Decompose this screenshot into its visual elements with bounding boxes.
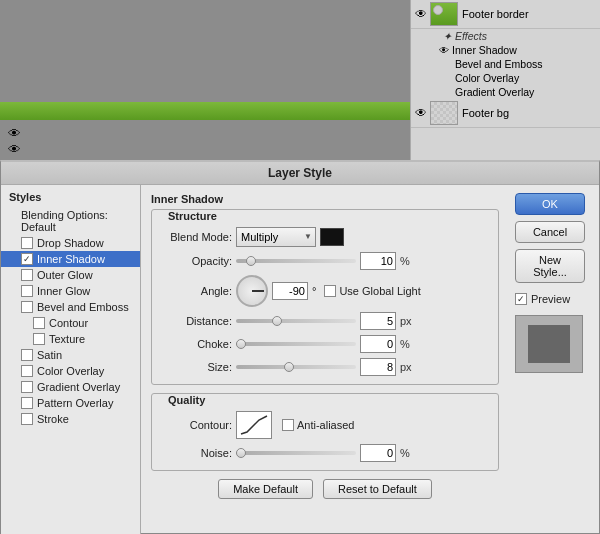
- effect-gradient-overlay[interactable]: Gradient Overlay: [411, 85, 600, 99]
- outer-glow-checkbox[interactable]: [21, 269, 33, 281]
- inner-shadow-checkbox[interactable]: [21, 253, 33, 265]
- effect-inner-shadow[interactable]: 👁 Inner Shadow: [411, 43, 600, 57]
- choke-thumb[interactable]: [236, 339, 246, 349]
- gradient-overlay-checkbox[interactable]: [21, 381, 33, 393]
- stroke-checkbox[interactable]: [21, 413, 33, 425]
- choke-unit: %: [400, 338, 416, 350]
- preview-inner: [528, 325, 570, 363]
- size-slider[interactable]: [236, 365, 356, 369]
- style-stroke[interactable]: Stroke: [1, 411, 140, 427]
- effects-label: ✦ Effects: [411, 29, 600, 43]
- effect-color-overlay[interactable]: Color Overlay: [411, 71, 600, 85]
- inner-glow-checkbox[interactable]: [21, 285, 33, 297]
- choke-slider[interactable]: [236, 342, 356, 346]
- style-gradient-overlay[interactable]: Gradient Overlay: [1, 379, 140, 395]
- opacity-slider[interactable]: [236, 259, 356, 263]
- canvas-eye-icon1: 👁: [8, 126, 21, 141]
- bevel-emboss-checkbox[interactable]: [21, 301, 33, 313]
- angle-row: Angle: ° Use Global Light: [160, 275, 490, 307]
- style-drop-shadow[interactable]: Drop Shadow: [1, 235, 140, 251]
- preview-text: Preview: [531, 293, 570, 305]
- dialog-title: Layer Style: [1, 162, 599, 185]
- opacity-input[interactable]: [360, 252, 396, 270]
- distance-slider[interactable]: [236, 319, 356, 323]
- style-texture[interactable]: Texture: [1, 331, 140, 347]
- angle-label: Angle:: [160, 285, 232, 297]
- blend-mode-color-swatch[interactable]: [320, 228, 344, 246]
- angle-input[interactable]: [272, 282, 308, 300]
- anti-aliased-text: Anti-aliased: [297, 419, 354, 431]
- style-inner-shadow[interactable]: Inner Shadow: [1, 251, 140, 267]
- color-overlay-label: Color Overlay: [37, 365, 104, 377]
- size-unit: px: [400, 361, 416, 373]
- effect-bevel-emboss[interactable]: Bevel and Emboss: [411, 57, 600, 71]
- choke-input[interactable]: [360, 335, 396, 353]
- outer-glow-label: Outer Glow: [37, 269, 93, 281]
- style-pattern-overlay[interactable]: Pattern Overlay: [1, 395, 140, 411]
- opacity-thumb[interactable]: [246, 256, 256, 266]
- use-global-light-checkbox[interactable]: [324, 285, 336, 297]
- style-inner-glow[interactable]: Inner Glow: [1, 283, 140, 299]
- structure-title: Structure: [164, 210, 221, 222]
- size-row: Size: px: [160, 358, 490, 376]
- anti-aliased-checkbox[interactable]: [282, 419, 294, 431]
- inner-shadow-section-title: Inner Shadow: [151, 193, 499, 205]
- canvas-green-bar: [0, 102, 410, 120]
- color-overlay-checkbox[interactable]: [21, 365, 33, 377]
- angle-widget[interactable]: [236, 275, 268, 307]
- structure-group: Structure Blend Mode: Multiply Opacity:: [151, 209, 499, 385]
- style-blending-options[interactable]: Blending Options: Default: [1, 207, 140, 235]
- layer-style-dialog: Layer Style Styles Blending Options: Def…: [0, 160, 600, 534]
- new-style-button[interactable]: New Style...: [515, 249, 585, 283]
- satin-label: Satin: [37, 349, 62, 361]
- preview-checkbox[interactable]: [515, 293, 527, 305]
- styles-panel: Styles Blending Options: Default Drop Sh…: [1, 185, 141, 534]
- noise-thumb[interactable]: [236, 448, 246, 458]
- style-contour[interactable]: Contour: [1, 315, 140, 331]
- cancel-button[interactable]: Cancel: [515, 221, 585, 243]
- layer-item-footer-bg[interactable]: 👁 Footer bg: [411, 99, 600, 128]
- blend-mode-row: Blend Mode: Multiply: [160, 227, 490, 247]
- layers-panel: 👁 Footer border ✦ Effects 👁 Inner Shadow…: [410, 0, 600, 160]
- contour-swatch[interactable]: [236, 411, 272, 439]
- size-input[interactable]: [360, 358, 396, 376]
- satin-checkbox[interactable]: [21, 349, 33, 361]
- style-color-overlay[interactable]: Color Overlay: [1, 363, 140, 379]
- layer-item-footer-border[interactable]: 👁 Footer border: [411, 0, 600, 29]
- style-bevel-emboss[interactable]: Bevel and Emboss: [1, 299, 140, 315]
- blend-mode-label: Blend Mode:: [160, 231, 232, 243]
- pattern-overlay-label: Pattern Overlay: [37, 397, 113, 409]
- distance-label: Distance:: [160, 315, 232, 327]
- blend-mode-dropdown-wrap: Multiply: [236, 227, 316, 247]
- blend-mode-select[interactable]: Multiply: [236, 227, 316, 247]
- size-thumb[interactable]: [284, 362, 294, 372]
- layer-thumb-green: [430, 2, 458, 26]
- anti-aliased-label[interactable]: Anti-aliased: [282, 419, 354, 431]
- noise-slider[interactable]: [236, 451, 356, 455]
- styles-header: Styles: [1, 189, 140, 207]
- distance-input[interactable]: [360, 312, 396, 330]
- use-global-light-label[interactable]: Use Global Light: [324, 285, 420, 297]
- bevel-emboss-label: Bevel and Emboss: [37, 301, 129, 313]
- make-default-button[interactable]: Make Default: [218, 479, 313, 499]
- contour-checkbox[interactable]: [33, 317, 45, 329]
- noise-unit: %: [400, 447, 416, 459]
- stroke-label: Stroke: [37, 413, 69, 425]
- style-label: Blending Options: Default: [21, 209, 132, 233]
- right-buttons-panel: OK Cancel New Style... Preview: [509, 185, 599, 534]
- opacity-label: Opacity:: [160, 255, 232, 267]
- texture-checkbox[interactable]: [33, 333, 45, 345]
- pattern-overlay-checkbox[interactable]: [21, 397, 33, 409]
- style-outer-glow[interactable]: Outer Glow: [1, 267, 140, 283]
- contour-label: Contour: [49, 317, 88, 329]
- opacity-unit: %: [400, 255, 416, 267]
- noise-input[interactable]: [360, 444, 396, 462]
- style-satin[interactable]: Satin: [1, 347, 140, 363]
- choke-label: Choke:: [160, 338, 232, 350]
- layer-thumb-footerbg: [430, 101, 458, 125]
- drop-shadow-checkbox[interactable]: [21, 237, 33, 249]
- reset-to-default-button[interactable]: Reset to Default: [323, 479, 432, 499]
- distance-thumb[interactable]: [272, 316, 282, 326]
- ok-button[interactable]: OK: [515, 193, 585, 215]
- preview-box: [515, 315, 583, 373]
